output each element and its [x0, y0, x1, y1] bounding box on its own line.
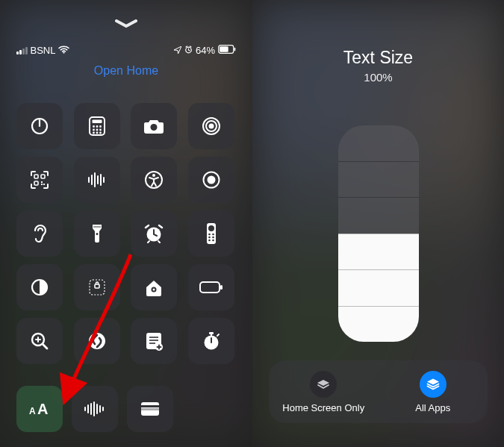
svg-rect-84 [141, 408, 159, 410]
control-center-screen: BSNL 64% Open Home [0, 0, 252, 447]
svg-rect-4 [234, 48, 236, 51]
flashlight-icon[interactable] [74, 210, 120, 257]
svg-point-43 [208, 234, 211, 236]
svg-point-12 [96, 129, 98, 131]
control-tiles-grid [16, 103, 236, 364]
svg-rect-55 [220, 285, 223, 290]
home-icon[interactable] [131, 264, 177, 310]
svg-point-14 [93, 132, 95, 134]
magnifier-icon[interactable] [16, 318, 63, 364]
svg-rect-23 [34, 181, 38, 185]
alarm-icon[interactable] [131, 210, 177, 257]
svg-rect-26 [41, 184, 43, 185]
svg-rect-22 [41, 175, 45, 178]
svg-point-16 [99, 132, 102, 134]
svg-point-35 [152, 174, 155, 177]
svg-point-48 [212, 240, 214, 242]
all-apps-button[interactable]: All Apps [379, 360, 488, 423]
open-home-link[interactable]: Open Home [94, 64, 158, 78]
text-size-title: Text Size [252, 48, 504, 68]
layers-filled-icon [420, 371, 447, 398]
all-apps-label: All Apps [415, 402, 450, 413]
apple-tv-remote-icon[interactable] [188, 210, 234, 257]
svg-point-15 [96, 132, 98, 134]
svg-point-45 [208, 237, 211, 239]
wifi-icon [58, 45, 69, 56]
grabber-chevron-icon[interactable] [115, 18, 137, 31]
svg-rect-83 [141, 405, 159, 407]
accessibility-icon[interactable] [131, 157, 177, 203]
alarm-status-icon [184, 45, 193, 56]
svg-point-8 [93, 125, 95, 128]
qr-scanner-icon[interactable] [16, 157, 63, 203]
text-size-percent: 100% [252, 71, 504, 84]
svg-rect-21 [34, 175, 38, 178]
screen-record-icon[interactable] [188, 157, 234, 203]
battery-pct: 64% [196, 45, 215, 56]
svg-point-53 [153, 289, 155, 291]
airdrop-icon[interactable] [188, 103, 234, 149]
stopwatch-icon[interactable] [188, 318, 234, 364]
svg-point-17 [151, 124, 158, 131]
timer-icon[interactable] [16, 103, 63, 149]
dark-mode-icon[interactable] [16, 264, 63, 310]
svg-point-47 [208, 240, 211, 242]
text-size-screen: Text Size 100% Home Screen Only [252, 0, 504, 447]
svg-point-44 [212, 234, 214, 236]
hearing-icon[interactable] [16, 210, 63, 257]
cellular-signal-icon [16, 47, 28, 54]
shazam-icon[interactable] [74, 318, 120, 364]
svg-rect-25 [43, 184, 45, 185]
guided-access-icon[interactable] [74, 264, 120, 310]
svg-point-37 [207, 176, 215, 184]
svg-line-57 [43, 344, 47, 348]
scope-segmented-control: Home Screen Only All Apps [269, 360, 488, 423]
svg-text:A: A [29, 406, 36, 416]
carrier-label: BSNL [31, 45, 56, 56]
svg-rect-70 [209, 332, 214, 334]
svg-rect-38 [96, 233, 98, 235]
sound-recognition-icon[interactable] [72, 386, 118, 432]
layers-icon [310, 371, 337, 398]
location-icon [174, 45, 181, 56]
svg-point-13 [99, 129, 102, 131]
svg-point-10 [99, 125, 102, 128]
svg-line-72 [217, 334, 219, 336]
notes-icon[interactable] [131, 318, 177, 364]
bottom-tiles-row: AA [16, 386, 173, 432]
voice-memo-icon[interactable] [74, 157, 120, 203]
svg-rect-3 [220, 46, 228, 52]
svg-rect-51 [95, 284, 99, 288]
text-size-slider[interactable] [338, 125, 419, 342]
home-screen-only-button[interactable]: Home Screen Only [269, 360, 379, 423]
calculator-icon[interactable] [74, 103, 120, 149]
svg-point-11 [93, 129, 95, 131]
svg-point-9 [96, 125, 98, 128]
status-bar: BSNL 64% [0, 45, 252, 56]
svg-rect-24 [41, 181, 43, 183]
svg-rect-7 [92, 120, 102, 124]
svg-point-42 [208, 225, 214, 231]
text-size-icon[interactable]: AA [16, 386, 63, 432]
camera-icon[interactable] [131, 103, 177, 149]
svg-rect-54 [200, 282, 220, 293]
wallet-icon[interactable] [127, 386, 173, 432]
svg-point-18 [208, 124, 214, 129]
home-screen-only-label: Home Screen Only [282, 402, 364, 413]
battery-icon [218, 45, 236, 56]
svg-text:A: A [37, 401, 48, 417]
svg-point-0 [63, 52, 65, 54]
svg-point-46 [212, 237, 214, 239]
low-power-icon[interactable] [188, 264, 234, 310]
